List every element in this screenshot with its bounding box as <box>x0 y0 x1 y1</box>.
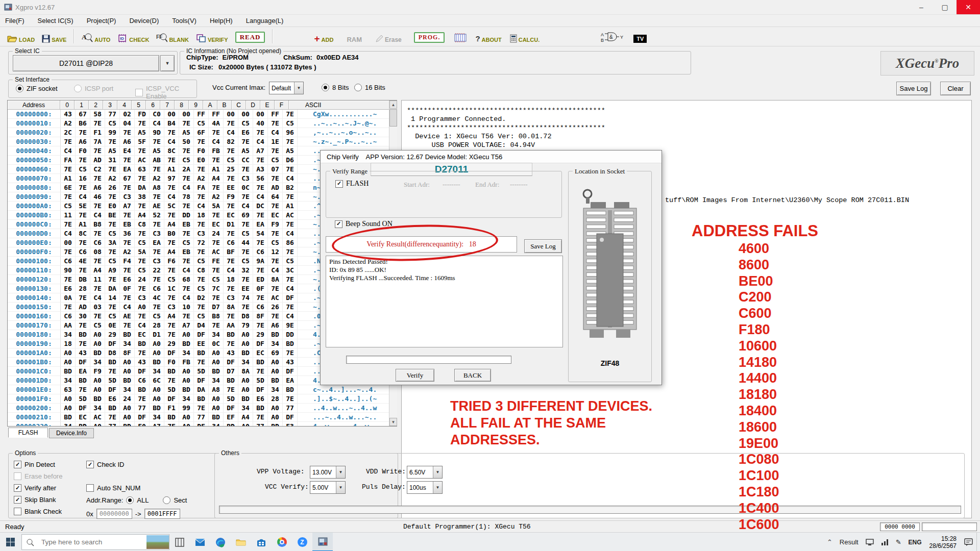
hex-byte-cell[interactable]: A0 <box>150 385 164 394</box>
hex-byte-cell[interactable]: AD <box>76 303 90 311</box>
dialog-titlebar[interactable]: Chip Verify APP Version: 12.67 Device Mo… <box>321 151 662 163</box>
hex-byte-cell[interactable]: C5 <box>76 165 90 173</box>
hex-byte-cell[interactable]: F0 <box>76 146 90 155</box>
hex-byte-cell[interactable]: 7E <box>224 339 238 348</box>
hex-byte-cell[interactable]: C4 <box>268 266 283 274</box>
hex-byte-cell[interactable]: 7E <box>61 165 76 173</box>
hex-byte-cell[interactable]: A0 <box>150 348 164 357</box>
hex-byte-cell[interactable]: BD <box>150 404 164 412</box>
hex-byte-cell[interactable]: F1 <box>164 404 179 412</box>
hex-byte-cell[interactable]: C4 <box>135 321 150 330</box>
hex-byte-cell[interactable]: 32 <box>238 266 253 274</box>
hex-byte-cell[interactable]: DF <box>224 358 238 366</box>
hex-byte-cell[interactable]: EC <box>76 413 90 421</box>
hex-byte-cell[interactable]: AC <box>90 413 105 421</box>
hex-byte-cell[interactable]: AD <box>268 183 283 192</box>
hex-byte-cell[interactable]: 10 <box>179 303 194 311</box>
logic-gate-button[interactable]: AB&Y <box>601 30 624 43</box>
hex-byte-cell[interactable]: 34 <box>238 358 253 366</box>
hex-byte-cell[interactable]: 34 <box>179 348 194 357</box>
search-input[interactable] <box>40 538 146 546</box>
hex-byte-cell[interactable]: 63 <box>61 385 76 394</box>
hex-byte-cell[interactable]: 50 <box>179 137 194 146</box>
hex-byte-cell[interactable]: EC <box>268 211 283 219</box>
hex-byte-cell[interactable]: 34 <box>268 339 283 348</box>
hex-byte-cell[interactable]: A7 <box>150 422 164 426</box>
hex-byte-cell[interactable]: 0C <box>209 339 224 348</box>
hex-byte-cell[interactable]: 7E <box>90 174 105 183</box>
hex-byte-cell[interactable]: A4 <box>90 266 105 274</box>
read-button[interactable]: READ <box>235 30 265 43</box>
hex-byte-cell[interactable]: C6 <box>135 376 150 385</box>
network-icon[interactable] <box>877 533 892 551</box>
hex-byte-cell[interactable]: A2 <box>194 174 209 183</box>
hex-byte-cell[interactable]: 7E <box>283 275 298 284</box>
hex-byte-cell[interactable]: A2 <box>150 174 164 183</box>
hex-byte-cell[interactable]: 7E <box>90 202 105 210</box>
hex-byte-cell[interactable]: 7E <box>135 284 150 293</box>
hex-byte-cell[interactable]: 28 <box>268 394 283 403</box>
hex-byte-cell[interactable]: 7E <box>253 238 268 247</box>
hex-byte-cell[interactable]: C5 <box>105 257 120 265</box>
hex-byte-cell[interactable]: AC <box>209 247 224 256</box>
hex-byte-cell[interactable]: 34 <box>61 376 76 385</box>
hex-byte-cell[interactable]: FB <box>179 358 194 366</box>
hex-byte-cell[interactable]: C5 <box>105 229 120 238</box>
hex-byte-cell[interactable]: 4E <box>76 257 90 265</box>
hex-byte-cell[interactable]: F3 <box>283 422 298 426</box>
hex-byte-cell[interactable]: 77 <box>135 404 150 412</box>
hex-byte-cell[interactable]: 69 <box>238 211 253 219</box>
hex-byte-cell[interactable]: C5 <box>194 257 209 265</box>
hex-byte-cell[interactable]: 7E <box>209 211 224 219</box>
hex-byte-cell[interactable]: C6 <box>253 247 268 256</box>
hex-byte-cell[interactable]: A0 <box>179 367 194 375</box>
hex-byte-cell[interactable]: 4A <box>209 119 224 128</box>
hex-byte-cell[interactable]: C3 <box>194 229 209 238</box>
hex-byte-cell[interactable]: 7E <box>120 266 135 274</box>
display-icon[interactable] <box>862 533 877 551</box>
hex-byte-cell[interactable]: 7E <box>238 165 253 173</box>
hex-byte-cell[interactable]: 30 <box>76 312 90 320</box>
hex-byte-cell[interactable]: 7E <box>135 119 150 128</box>
hex-byte-cell[interactable]: 7E <box>209 183 224 192</box>
hex-byte-cell[interactable]: 44 <box>238 238 253 247</box>
calcu-button[interactable]: CALCU. <box>510 30 540 43</box>
hex-byte-cell[interactable]: A1 <box>164 165 179 173</box>
tab-flash[interactable]: FLASH <box>8 428 48 438</box>
hex-byte-cell[interactable]: 7E <box>135 146 150 155</box>
hex-byte-cell[interactable]: BD <box>253 404 268 412</box>
hex-byte-cell[interactable]: AE <box>120 312 135 320</box>
tv-button[interactable]: TV <box>633 30 647 43</box>
hex-byte-cell[interactable]: 7E <box>283 303 298 311</box>
vcc-verify-combo[interactable]: 5.00V▼ <box>310 481 346 494</box>
hex-byte-cell[interactable]: 7A <box>90 137 105 146</box>
hex-byte-cell[interactable]: 7E <box>194 137 209 146</box>
hex-byte-cell[interactable]: 9D <box>150 128 164 137</box>
hex-byte-cell[interactable]: 7E <box>253 413 268 421</box>
hex-byte-cell[interactable]: 6E <box>61 183 76 192</box>
hex-byte-cell[interactable]: 7E <box>283 247 298 256</box>
hex-byte-cell[interactable]: 5A <box>209 202 224 210</box>
hex-byte-cell[interactable]: BD <box>224 422 238 426</box>
hex-byte-cell[interactable]: 1E <box>268 137 283 146</box>
taskbar-search[interactable] <box>21 534 169 550</box>
hex-byte-cell[interactable]: 8A <box>224 303 238 311</box>
hex-byte-cell[interactable]: A4 <box>164 312 179 320</box>
hex-byte-cell[interactable]: BD <box>105 358 120 366</box>
hex-byte-cell[interactable]: BD <box>90 394 105 403</box>
hex-byte-cell[interactable]: 8C <box>164 146 179 155</box>
hex-byte-cell[interactable]: A0 <box>268 413 283 421</box>
hex-byte-cell[interactable]: A2 <box>120 247 135 256</box>
hex-byte-cell[interactable]: 24 <box>135 275 150 284</box>
hex-byte-cell[interactable]: 34 <box>209 330 224 339</box>
hex-byte-cell[interactable]: EC <box>224 211 238 219</box>
hex-byte-cell[interactable]: C5 <box>209 275 224 284</box>
hex-byte-cell[interactable]: 7E <box>179 202 194 210</box>
hex-byte-cell[interactable]: 12 <box>268 247 283 256</box>
hex-ascii-cell[interactable]: 4..w...~..4..w.. <box>298 422 377 426</box>
hex-ascii-cell[interactable]: ~.z~._~.P~..~..~ <box>298 137 377 146</box>
hex-byte-cell[interactable]: AD <box>90 156 105 164</box>
check-id-checkbox[interactable]: Check ID <box>86 461 124 468</box>
hex-byte-cell[interactable]: 7E <box>179 174 194 183</box>
hex-byte-cell[interactable]: 43 <box>76 348 90 357</box>
